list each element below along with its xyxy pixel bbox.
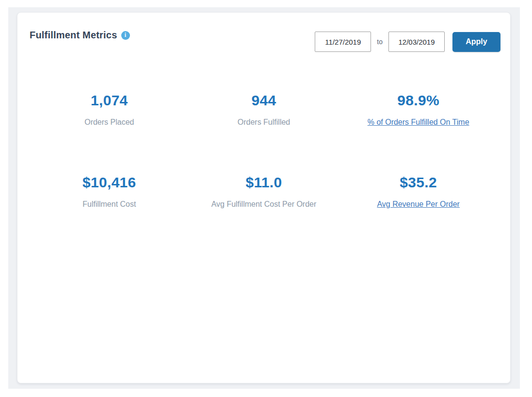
metric-label: Avg Fulfillment Cost Per Order — [211, 199, 317, 209]
card-title: Fulfillment Metrics — [30, 30, 117, 41]
metric-value: 1,074 — [32, 92, 187, 109]
metric-orders-placed: 1,074 Orders Placed — [32, 92, 187, 127]
metric-value: 98.9% — [341, 92, 496, 109]
metric-label: Orders Placed — [84, 117, 134, 127]
metric-value: $11.0 — [187, 174, 341, 191]
metric-label-link[interactable]: % of Orders Fulfilled On Time — [368, 117, 469, 127]
metrics-grid: 1,074 Orders Placed 944 Orders Fulfilled… — [32, 92, 496, 209]
metric-value: $10,416 — [32, 174, 187, 191]
metric-fulfillment-cost: $10,416 Fulfillment Cost — [32, 174, 187, 209]
metric-label: Orders Fulfilled — [238, 117, 290, 127]
metric-value: 944 — [187, 92, 341, 109]
fulfillment-metrics-card: Fulfillment Metrics i to Apply 1,074 Ord… — [17, 12, 511, 383]
metric-label: Fulfillment Cost — [82, 199, 136, 209]
card-header: Fulfillment Metrics i to Apply — [30, 28, 500, 52]
apply-button[interactable]: Apply — [452, 32, 500, 52]
metric-avg-revenue-per-order: $35.2 Avg Revenue Per Order — [341, 174, 496, 209]
metric-avg-fulfillment-cost: $11.0 Avg Fulfillment Cost Per Order — [187, 174, 341, 209]
start-date-input[interactable] — [315, 32, 371, 52]
metric-label-link[interactable]: Avg Revenue Per Order — [377, 199, 459, 209]
metric-orders-fulfilled-on-time: 98.9% % of Orders Fulfilled On Time — [341, 92, 496, 127]
date-range-separator: to — [377, 38, 383, 46]
end-date-input[interactable] — [388, 32, 445, 52]
metric-value: $35.2 — [341, 174, 496, 191]
title-wrap: Fulfillment Metrics i — [30, 30, 130, 41]
date-range-controls: to Apply — [315, 32, 500, 52]
metric-orders-fulfilled: 944 Orders Fulfilled — [187, 92, 341, 127]
info-icon[interactable]: i — [121, 31, 130, 40]
